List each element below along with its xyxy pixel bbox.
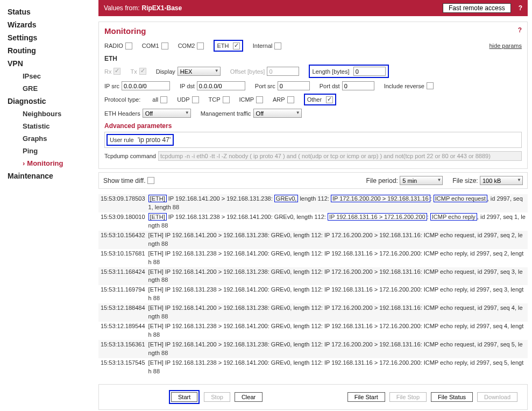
iface-eth-checkbox[interactable]	[233, 42, 240, 49]
log-timestamp: 15:53:09.180010	[101, 213, 148, 230]
log-highlight-box: IP 192.168.131.16 > 172.16.200.200	[328, 213, 427, 221]
log-timestamp: 15:53:12.189544	[101, 322, 148, 339]
file-status-button[interactable]: File Status	[431, 392, 473, 402]
ipdst-input[interactable]	[197, 81, 245, 90]
top-bar: Values from: RipEX1-Base Fast remote acc…	[98, 0, 528, 16]
mgmt-traffic-select[interactable]: Off	[253, 109, 302, 118]
nav-wizards[interactable]: Wizards	[8, 18, 94, 31]
proto-tcp-checkbox[interactable]	[223, 96, 230, 103]
fast-remote-access-button[interactable]: Fast remote access	[443, 3, 511, 13]
nav-ping[interactable]: Ping	[8, 145, 94, 157]
nav-diagnostic[interactable]: Diagnostic	[8, 95, 94, 108]
topbar-help-icon[interactable]: ?	[519, 4, 522, 12]
tx-label: Tx	[130, 68, 137, 75]
log-timestamp: 15:53:11.169794	[101, 286, 148, 303]
log-content: [ETH] IP 192.168.131.238 > 192.168.141.2…	[148, 359, 526, 376]
iface-com2-checkbox[interactable]	[197, 42, 204, 49]
proto-arp-checkbox[interactable]	[287, 96, 294, 103]
iface-eth-label: ETH	[217, 42, 229, 49]
panel-title: Monitoring	[104, 26, 522, 36]
log-content: [ETH] IP 192.168.131.238 > 192.168.141.2…	[148, 213, 526, 230]
file-options-bar: Show time diff. File period: 5 min File …	[98, 172, 528, 189]
tx-checkbox	[139, 68, 146, 75]
sidebar: Status Wizards Settings Routing VPN IPse…	[0, 0, 94, 411]
log-content: [ETH] IP 192.168.141.200 > 192.168.131.2…	[148, 268, 526, 285]
nav-status[interactable]: Status	[8, 5, 94, 18]
log-line: 15:53:10.156432[ETH] IP 192.168.141.200 …	[98, 231, 528, 249]
mgmt-traffic-label: Management traffic	[201, 110, 251, 117]
nav-ipsec[interactable]: IPsec	[8, 70, 94, 82]
length-input[interactable]	[353, 67, 386, 76]
log-highlight-box: IP 172.16.200.200 > 192.168.131.16	[331, 195, 430, 202]
start-button[interactable]: Start	[171, 392, 197, 402]
log-output: 15:53:09.178503[ETH] IP 192.168.141.200 …	[98, 192, 528, 379]
portsrc-input[interactable]	[278, 81, 310, 90]
proto-other-label: Other	[307, 96, 322, 103]
iface-com2-label: COM2	[178, 42, 195, 49]
nav-graphs[interactable]: Graphs	[8, 132, 94, 145]
length-label: Length [bytes]	[312, 68, 349, 75]
iface-com1-checkbox[interactable]	[161, 42, 168, 49]
eth-section-header: ETH	[104, 55, 522, 62]
hide-params-link[interactable]: hide params	[489, 42, 522, 49]
log-line: 15:53:10.157681[ETH] IP 192.168.131.238 …	[98, 249, 528, 267]
proto-other-checkbox[interactable]	[326, 96, 333, 103]
nav-neighbours[interactable]: Neighbours	[8, 108, 94, 120]
log-line: 15:53:12.189544[ETH] IP 192.168.131.238 …	[98, 322, 528, 340]
iface-internal-checkbox[interactable]	[274, 42, 281, 49]
nav-statistic[interactable]: Statistic	[8, 120, 94, 132]
log-line: 15:53:13.157545[ETH] IP 192.168.131.238 …	[98, 358, 528, 377]
log-line: 15:53:09.180010[ETH] IP 192.168.131.238 …	[98, 212, 528, 231]
length-highlight: Length [bytes]	[309, 65, 388, 78]
log-highlight-box: GREv0,	[274, 195, 299, 202]
include-reverse-checkbox[interactable]	[427, 82, 434, 89]
proto-udp-checkbox[interactable]	[192, 96, 199, 103]
proto-icmp-label: ICMP	[239, 96, 254, 103]
nav-settings[interactable]: Settings	[8, 31, 94, 44]
nav-routing[interactable]: Routing	[8, 44, 94, 57]
log-highlight-box: ICMP echo reply	[430, 213, 477, 221]
panel-help-icon[interactable]: ?	[518, 26, 522, 34]
log-highlight-box: ICMP echo request	[434, 195, 487, 202]
clear-button[interactable]: Clear	[235, 392, 263, 402]
nav-vpn[interactable]: VPN	[8, 57, 94, 70]
user-rule-value: 'ip proto 47'	[138, 136, 171, 144]
nav-gre[interactable]: GRE	[8, 82, 94, 95]
portdst-input[interactable]	[342, 81, 374, 90]
main-content: Values from: RipEX1-Base Fast remote acc…	[94, 0, 532, 411]
offset-input	[267, 67, 299, 76]
ipsrc-input[interactable]	[122, 81, 170, 90]
monitoring-panel: ? Monitoring RADIO COM1 COM2 ETH Interna…	[98, 22, 528, 169]
iface-radio-checkbox[interactable]	[125, 42, 132, 49]
file-period-select[interactable]: 5 min	[400, 176, 443, 185]
log-timestamp: 15:53:10.157681	[101, 250, 148, 267]
proto-type-label: Protocol type:	[104, 96, 140, 103]
log-timestamp: 15:53:13.156361	[101, 341, 148, 358]
proto-icmp-checkbox[interactable]	[256, 96, 263, 103]
file-start-button[interactable]: File Start	[347, 392, 385, 402]
eth-headers-select[interactable]: Off	[143, 109, 191, 118]
tcpdump-command-display	[158, 151, 522, 161]
file-period-label: File period:	[366, 177, 398, 185]
display-select[interactable]: HEX	[178, 67, 221, 76]
include-reverse-label: Include reverse	[384, 83, 424, 89]
ipsrc-label: IP src	[104, 83, 119, 89]
nav-maintenance[interactable]: Maintenance	[8, 169, 94, 182]
proto-tcp-label: TCP	[209, 96, 221, 103]
log-content: [ETH] IP 192.168.141.200 > 192.168.131.2…	[148, 304, 526, 321]
log-highlight-box: [ETH]	[148, 213, 167, 221]
proto-all-checkbox[interactable]	[160, 96, 167, 103]
file-size-select[interactable]: 100 kB	[480, 176, 523, 185]
log-line: 15:53:11.168424[ETH] IP 192.168.141.200 …	[98, 267, 528, 286]
proto-all-label: all	[152, 96, 158, 103]
topbar-unit-name: RipEX1-Base	[141, 4, 182, 12]
proto-other-highlight: Other	[304, 94, 336, 105]
eth-headers-label: ETH Headers	[104, 110, 140, 117]
log-content: [ETH] IP 192.168.141.200 > 192.168.131.2…	[148, 341, 526, 358]
show-time-diff-checkbox[interactable]	[147, 177, 154, 184]
user-rule-input[interactable]	[174, 136, 520, 144]
portsrc-label: Port src	[255, 83, 275, 89]
log-timestamp: 15:53:13.157545	[101, 359, 148, 376]
log-line: 15:53:13.156361[ETH] IP 192.168.141.200 …	[98, 340, 528, 358]
nav-monitoring[interactable]: ›Monitoring	[8, 157, 94, 169]
